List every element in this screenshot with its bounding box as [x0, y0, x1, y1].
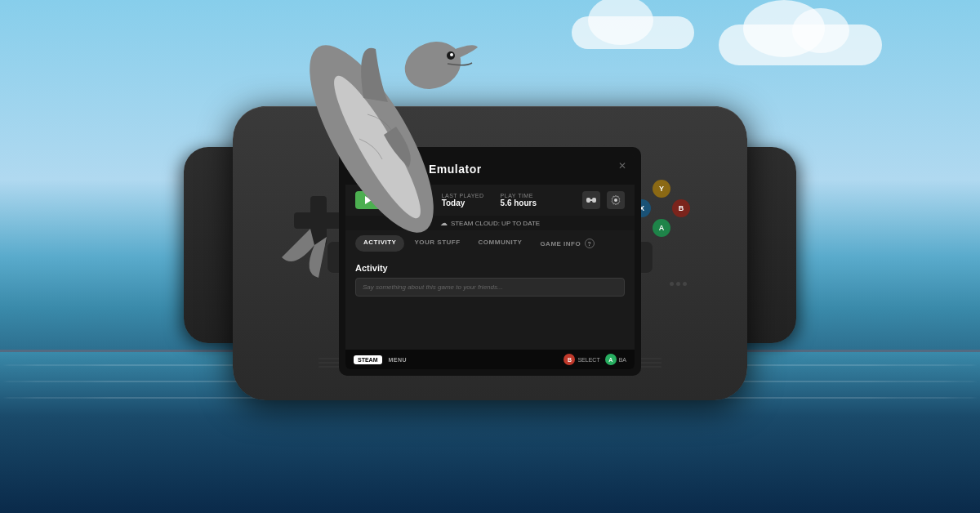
- dot-3: [683, 282, 687, 286]
- select-button-badge: B SELECT: [564, 354, 599, 365]
- svg-point-4: [614, 199, 617, 202]
- dolphin-image: [237, 0, 506, 302]
- game-info-help-icon[interactable]: ?: [585, 239, 595, 248]
- svg-point-9: [450, 53, 453, 56]
- cloud-2: [572, 16, 694, 49]
- menu-label: MENU: [389, 357, 408, 363]
- settings-icon-btn[interactable]: [607, 191, 625, 209]
- b-circle[interactable]: B: [564, 354, 575, 365]
- select-label: SELECT: [577, 357, 599, 363]
- back-button-badge: A BA: [605, 354, 626, 365]
- controller-icon-btn[interactable]: [582, 191, 600, 209]
- b-button[interactable]: B: [672, 199, 690, 217]
- icon-buttons: [582, 191, 625, 209]
- cloud-1: [719, 25, 882, 65]
- dot-2: [676, 282, 680, 286]
- bottom-right-buttons: B SELECT A BA: [564, 354, 626, 365]
- face-buttons: Y X B A: [633, 180, 690, 237]
- dolphin-svg: [237, 0, 506, 302]
- gear-icon: [611, 195, 621, 205]
- back-label: BA: [619, 357, 626, 363]
- steam-badge: STEAM: [354, 355, 382, 364]
- menu-dots-button[interactable]: [670, 282, 687, 286]
- svg-rect-3: [590, 199, 593, 201]
- screen-bottom-bar: STEAM MENU B SELECT A BA: [345, 350, 635, 369]
- tab-game-info-label: GAME INFO: [540, 240, 581, 248]
- controller-icon: [586, 196, 597, 204]
- a-button[interactable]: A: [653, 219, 670, 237]
- tab-game-info[interactable]: GAME INFO ?: [532, 235, 603, 252]
- y-button[interactable]: Y: [653, 180, 670, 198]
- close-button[interactable]: ✕: [618, 160, 626, 172]
- a-circle[interactable]: A: [605, 354, 617, 365]
- dot-1: [670, 282, 674, 286]
